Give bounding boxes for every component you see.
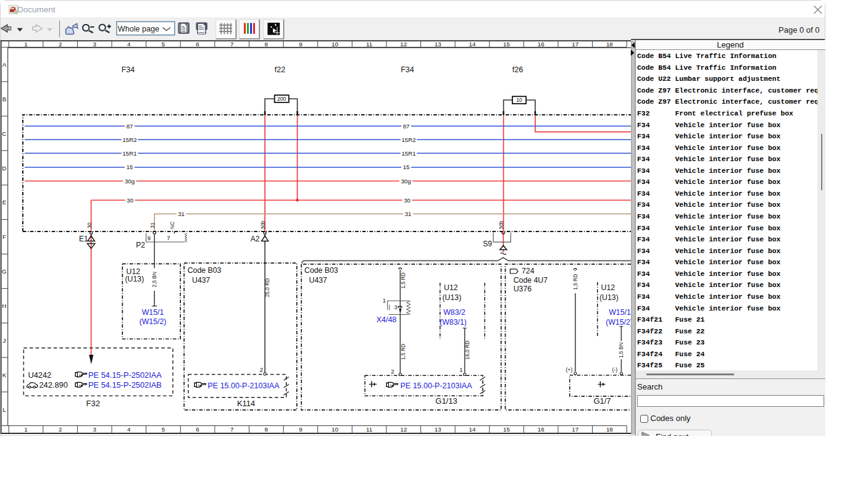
svg-text:6: 6 (196, 41, 199, 48)
svg-text:1: 1 (383, 297, 386, 304)
svg-text:U12: U12 (444, 283, 458, 292)
svg-text:F34: F34 (401, 65, 414, 74)
svg-text:13: 13 (435, 41, 441, 48)
svg-text:1: 1 (24, 426, 27, 433)
svg-text:12: 12 (400, 41, 407, 48)
svg-text:10: 10 (332, 41, 338, 48)
svg-text:U437: U437 (309, 276, 328, 285)
svg-text:6: 6 (196, 426, 199, 433)
svg-text:PE 54.15-P-2502IAB: PE 54.15-P-2502IAB (88, 380, 162, 390)
svg-text:5: 5 (162, 41, 165, 48)
svg-text:B: B (2, 96, 7, 102)
svg-text:30b: 30b (498, 220, 504, 229)
svg-text:11: 11 (366, 426, 372, 433)
svg-text:87: 87 (403, 123, 410, 130)
svg-text:8: 8 (265, 41, 269, 48)
svg-text:E: E (2, 199, 7, 206)
svg-text:5: 5 (162, 426, 165, 433)
svg-text:U12: U12 (601, 283, 616, 292)
svg-text:16,0 RD: 16,0 RD (464, 341, 470, 360)
svg-text:PE 15.00-P-2103IAA: PE 15.00-P-2103IAA (401, 382, 473, 390)
svg-text:D: D (2, 165, 6, 172)
svg-text:G: G (2, 268, 7, 275)
svg-text:U437: U437 (192, 276, 211, 285)
svg-text:X4/48: X4/48 (377, 315, 397, 324)
svg-text:J: J (2, 337, 6, 344)
svg-text:31: 31 (178, 211, 185, 217)
svg-text:15R1: 15R1 (402, 150, 416, 157)
svg-text:31: 31 (405, 211, 412, 217)
svg-text:NC: NC (169, 222, 175, 229)
svg-text:15: 15 (503, 41, 510, 48)
svg-text:f26: f26 (512, 65, 523, 74)
svg-text:4: 4 (127, 41, 131, 48)
svg-text:F34: F34 (122, 65, 135, 74)
svg-text:U376: U376 (514, 285, 532, 293)
svg-text:U4242: U4242 (28, 370, 52, 380)
svg-text:200: 200 (277, 96, 286, 102)
svg-text:E1: E1 (79, 235, 88, 243)
svg-text:17: 17 (572, 426, 578, 433)
svg-text:W15/1: W15/1 (142, 308, 164, 317)
svg-text:(U13): (U13) (599, 293, 619, 302)
svg-text:30b: 30b (260, 220, 266, 229)
svg-text:15R1: 15R1 (123, 150, 137, 157)
svg-text:7: 7 (230, 41, 233, 48)
svg-text:30: 30 (86, 222, 93, 228)
svg-text:A: A (2, 61, 7, 68)
svg-text:G1/7: G1/7 (593, 396, 611, 406)
svg-text:15R2: 15R2 (123, 136, 137, 143)
svg-text:14: 14 (469, 41, 475, 48)
svg-text:11: 11 (366, 41, 372, 48)
svg-text:K: K (2, 372, 7, 378)
svg-text:3: 3 (93, 426, 96, 433)
svg-text:Code B03: Code B03 (304, 266, 338, 275)
svg-text:724: 724 (522, 267, 535, 275)
svg-text:31: 31 (149, 222, 156, 228)
svg-text:A2: A2 (251, 235, 260, 243)
svg-text:15: 15 (503, 426, 510, 433)
svg-text:9: 9 (299, 41, 302, 48)
svg-text:PE 15.00-P-2103IAA: PE 15.00-P-2103IAA (208, 382, 280, 390)
svg-text:15: 15 (403, 164, 410, 170)
svg-text:12: 12 (400, 426, 407, 433)
svg-text:10: 10 (516, 97, 522, 103)
svg-text:2: 2 (59, 41, 62, 48)
svg-text:H: H (2, 302, 6, 309)
svg-text:1,5 RD: 1,5 RD (400, 272, 406, 288)
svg-text:(-): (-) (612, 367, 617, 373)
svg-text:30g: 30g (125, 178, 135, 185)
svg-text:2: 2 (391, 368, 394, 375)
svg-text:P2: P2 (136, 241, 145, 249)
svg-text:W83/2: W83/2 (443, 308, 465, 317)
svg-text:Code B03: Code B03 (188, 266, 222, 275)
svg-text:(W83/1): (W83/1) (440, 318, 467, 327)
svg-text:4: 4 (127, 426, 131, 433)
svg-text:1,5 RD: 1,5 RD (400, 344, 406, 360)
svg-text:Code 4U7: Code 4U7 (514, 276, 548, 285)
svg-text:3: 3 (394, 304, 397, 311)
svg-text:8: 8 (265, 426, 269, 433)
svg-text:7: 7 (167, 235, 170, 241)
svg-text:(U13): (U13) (125, 275, 144, 283)
svg-text:30: 30 (404, 197, 411, 204)
svg-text:2,5 BN: 2,5 BN (151, 272, 157, 288)
svg-text:2: 2 (59, 426, 62, 433)
svg-text:L: L (2, 406, 6, 413)
svg-text:18: 18 (606, 426, 613, 433)
svg-text:15R2: 15R2 (402, 136, 416, 143)
svg-text:C: C (2, 130, 6, 137)
svg-text:f22: f22 (275, 65, 285, 74)
svg-text:30: 30 (127, 197, 133, 204)
svg-text:2: 2 (260, 366, 263, 373)
svg-text:10: 10 (332, 426, 338, 433)
svg-text:87: 87 (127, 123, 133, 130)
svg-text:(+): (+) (565, 367, 572, 373)
svg-text:K114: K114 (237, 399, 255, 408)
svg-text:1: 1 (24, 41, 27, 48)
svg-text:(W15/2): (W15/2) (606, 318, 631, 327)
svg-text:9: 9 (299, 426, 302, 433)
svg-text:1,5 RD: 1,5 RD (572, 274, 578, 290)
svg-text:15: 15 (127, 164, 133, 170)
svg-text:Whole page: Whole page (118, 25, 159, 33)
